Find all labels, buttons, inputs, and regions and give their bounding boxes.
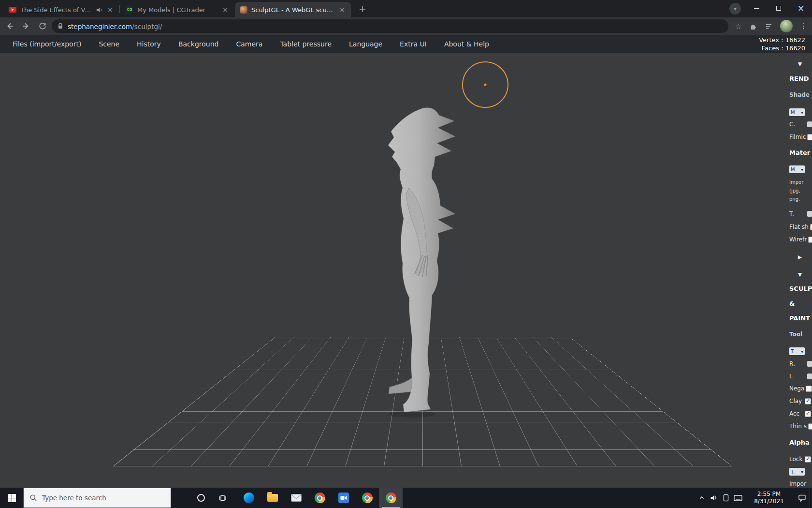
taskbar-video-button[interactable]: [332, 488, 355, 508]
panel-play-icon[interactable]: ▶: [788, 252, 812, 262]
curvature-slider[interactable]: [807, 121, 812, 127]
extensions-puzzle-icon[interactable]: [749, 22, 757, 30]
taskbar-chrome-button-2[interactable]: [355, 488, 379, 508]
window-maximize-button[interactable]: [768, 0, 790, 16]
menu-history[interactable]: History: [137, 40, 161, 48]
thin-surface-checkbox[interactable]: [808, 423, 812, 430]
intensity-slider[interactable]: [807, 374, 812, 379]
matcap-select[interactable]: M▾: [789, 165, 805, 173]
tab-youtube[interactable]: The Side Effects of Vaccines ×: [4, 2, 119, 17]
bookmark-star-icon[interactable]: ☆: [735, 22, 742, 31]
shading-select[interactable]: M▾: [789, 108, 805, 116]
tool-select[interactable]: T.▾: [789, 347, 805, 355]
action-center-button[interactable]: [794, 488, 810, 508]
tab-title: My Models | CGTrader: [137, 6, 218, 14]
task-view-button[interactable]: [212, 488, 233, 508]
tab-close-icon[interactable]: ×: [106, 6, 114, 14]
tab-audio-icon[interactable]: [96, 7, 102, 13]
new-tab-button[interactable]: +: [357, 3, 368, 15]
menu-extra-ui[interactable]: Extra UI: [400, 40, 427, 48]
filmic-checkbox[interactable]: [807, 134, 812, 140]
url-domain: stephaneginier.com: [68, 23, 132, 30]
taskbar-chrome-button-active[interactable]: [379, 488, 403, 508]
back-button[interactable]: [5, 21, 14, 31]
intensity-row: I.: [788, 372, 812, 381]
show-desktop-button[interactable]: [810, 488, 812, 508]
tool-select-row[interactable]: T.▾: [788, 346, 812, 356]
radius-row: R.: [788, 359, 812, 369]
windows-logo-icon: [8, 494, 16, 502]
chrome-icon: [315, 493, 325, 503]
flat-shading-row[interactable]: Flat sh: [788, 222, 812, 232]
sculpt-section-title-1: SCULP: [788, 284, 812, 293]
clay-checkbox[interactable]: [805, 398, 811, 404]
shading-select-row[interactable]: M▾: [788, 107, 812, 117]
import-note-line1[interactable]: Impor: [788, 177, 812, 187]
window-minimize-button[interactable]: [745, 0, 768, 16]
right-panel: ▼ REND Shade M▾ C. Filmic Mater M▾ Impor…: [788, 53, 812, 488]
sculpt-collapse-icon[interactable]: ▼: [788, 269, 812, 279]
chevron-down-icon: ▾: [801, 349, 803, 354]
menu-about-help[interactable]: About & Help: [444, 40, 489, 48]
tab-close-icon[interactable]: ×: [221, 6, 229, 14]
action-center-icon: [798, 494, 806, 502]
face-count: Faces : 16620: [759, 44, 805, 52]
window-close-button[interactable]: ×: [790, 0, 812, 16]
radius-slider[interactable]: [807, 361, 812, 367]
menu-tablet-pressure[interactable]: Tablet pressure: [280, 40, 332, 48]
matcap-select-row[interactable]: M▾: [788, 164, 812, 174]
taskbar-file-explorer-button[interactable]: [261, 488, 284, 508]
rendering-collapse-icon[interactable]: ▼: [788, 59, 812, 69]
browser-menu-icon[interactable]: ⋮: [800, 22, 807, 30]
pen-device-icon[interactable]: [720, 488, 732, 508]
reload-button[interactable]: [38, 21, 47, 31]
tab-cgtrader[interactable]: CG My Models | CGTrader ×: [121, 2, 234, 17]
tab-search-button[interactable]: ▾: [729, 3, 741, 15]
reading-list-icon[interactable]: [765, 22, 773, 30]
taskbar-edge-button[interactable]: [237, 488, 261, 508]
chrome-icon: [386, 493, 396, 503]
menu-files[interactable]: Files (import/export): [13, 40, 81, 48]
wireframe-checkbox[interactable]: [808, 237, 812, 243]
filmic-row[interactable]: Filmic: [788, 132, 812, 142]
sculpt-viewport[interactable]: ▼ REND Shade M▾ C. Filmic Mater M▾ Impor…: [0, 53, 812, 488]
volume-icon[interactable]: [708, 488, 720, 508]
lock-icon[interactable]: [58, 23, 63, 30]
menu-camera[interactable]: Camera: [236, 40, 262, 48]
tab-sculptgl[interactable]: SculptGL - A WebGL sculpting ap ×: [235, 2, 351, 17]
taskbar-mail-button[interactable]: [284, 488, 308, 508]
tab-close-icon[interactable]: ×: [338, 6, 346, 14]
lock-alpha-checkbox[interactable]: [805, 456, 811, 463]
sculpted-model: [382, 102, 464, 421]
hidden-icons-chevron[interactable]: [696, 488, 708, 508]
rendering-section-title: REND: [788, 74, 812, 83]
menu-scene[interactable]: Scene: [99, 40, 119, 48]
import-alpha-row[interactable]: Impor: [788, 479, 812, 488]
taskbar-clock[interactable]: 2:55 PM 8/31/2021: [744, 491, 794, 505]
negative-row[interactable]: Nega: [788, 384, 812, 393]
forward-button[interactable]: [21, 21, 31, 31]
lock-alpha-row[interactable]: Lock: [788, 454, 812, 464]
mesh-stats: Vertex : 16622 Faces : 16620: [759, 36, 805, 52]
profile-avatar[interactable]: [780, 20, 793, 32]
thin-surface-row[interactable]: Thin s: [788, 421, 812, 431]
transparency-slider[interactable]: [807, 211, 812, 217]
taskbar-chrome-button-1[interactable]: [308, 488, 332, 508]
accumulate-checkbox[interactable]: [805, 411, 811, 417]
menu-language[interactable]: Language: [349, 40, 382, 48]
taskbar-search-box[interactable]: Type here to search: [23, 488, 171, 508]
start-button[interactable]: [0, 488, 23, 508]
address-bar[interactable]: stephaneginier.com/sculptgl/: [52, 19, 728, 33]
alpha-select-row[interactable]: T.▾: [788, 467, 812, 477]
flat-shading-checkbox[interactable]: [810, 224, 812, 230]
cortana-button[interactable]: [190, 488, 212, 508]
accumulate-row[interactable]: Acc: [788, 409, 812, 418]
alpha-select[interactable]: T.▾: [789, 468, 805, 476]
sculpt-section-title-2: &: [788, 299, 812, 308]
negative-checkbox[interactable]: [806, 386, 812, 392]
clay-row[interactable]: Clay: [788, 396, 812, 406]
keyboard-icon[interactable]: [732, 488, 744, 508]
menu-background[interactable]: Background: [178, 40, 219, 48]
wireframe-row[interactable]: Wirefr: [788, 235, 812, 244]
tab-strip: The Side Effects of Vaccines × CG My Mod…: [0, 0, 812, 17]
